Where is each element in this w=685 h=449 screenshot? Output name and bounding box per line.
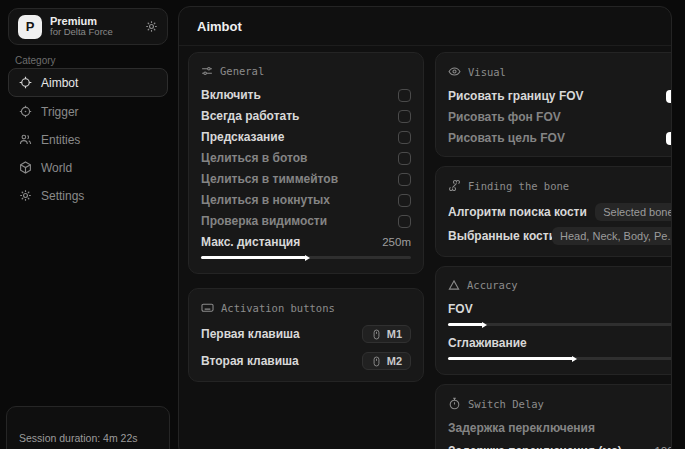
slider-label: FOV [448, 302, 473, 316]
fov-slider[interactable] [448, 323, 672, 326]
card-title-text: Visual [468, 66, 506, 78]
target-icon [19, 105, 32, 118]
sliders-icon [201, 65, 213, 77]
card-title-text: Switch Delay [468, 398, 544, 410]
max-distance-slider-block: Макс. дистанция 250m [201, 235, 411, 259]
toggle-label: Проверка видимости [201, 214, 327, 228]
sidebar-item-entities[interactable]: Entities [8, 126, 168, 153]
toggle-row: Целиться в ботов [201, 151, 411, 165]
slider-label: Макс. дистанция [201, 235, 300, 249]
toggle-label: Всегда работать [201, 109, 299, 123]
color-swatch[interactable] [666, 90, 672, 103]
keybind-row: Первая клавиша M1 [201, 325, 411, 343]
logo-letter: P [26, 19, 35, 34]
slider-value: 1000 ms [654, 445, 672, 449]
smoothing-slider[interactable] [448, 357, 672, 360]
main-panel: Aimbot General Включить [178, 6, 672, 449]
brand-card: P Premium for Delta Force [8, 8, 168, 45]
general-card: General Включить Всегда работать Предска… [188, 52, 424, 274]
toggle-row: Предсказание [201, 130, 411, 144]
card-title-text: Activation buttons [221, 302, 335, 314]
stopwatch-icon [448, 397, 461, 410]
page-title: Aimbot [197, 19, 653, 34]
toggle-label: Целиться в нокнутых [201, 193, 330, 207]
dropdown-value: Selected bone [603, 206, 672, 218]
switch-delay-card: Switch Delay Задержка переключения Задер… [435, 384, 672, 449]
checkbox[interactable] [398, 110, 411, 123]
selected-bones-select[interactable]: Head, Neck, Body, Pe.. [552, 227, 672, 245]
checkbox[interactable] [398, 173, 411, 186]
left-column: General Включить Всегда работать Предска… [188, 52, 424, 382]
switch-delay-slider-block: Задержка переключения (мс) 1000 ms [448, 444, 672, 449]
bone-algorithm-select[interactable]: Selected bone [595, 203, 672, 221]
slider-fill[interactable] [448, 357, 573, 360]
dropdown-label: Алгоритм поиска кости [448, 205, 599, 219]
checkbox[interactable] [398, 215, 411, 228]
checkbox[interactable] [398, 131, 411, 144]
finding-bone-card: Finding the bone Алгоритм поиска кости S… [435, 166, 672, 257]
sidebar-item-label: Trigger [41, 105, 79, 119]
keybind-key: M1 [387, 328, 402, 340]
visual-row: Рисовать цель FOV [448, 131, 672, 145]
sidebar: P Premium for Delta Force Category Aimbo… [0, 0, 176, 449]
activation-card-title: Activation buttons [201, 301, 411, 314]
toggle-label: Задержка переключения [448, 421, 595, 435]
slider-fill[interactable] [448, 323, 483, 326]
keybind-button[interactable]: M2 [362, 352, 411, 370]
sidebar-nav: Aimbot Trigger Entities [8, 68, 168, 209]
keybind-row: Вторая клавиша M2 [201, 352, 411, 370]
keybind-button[interactable]: M1 [362, 325, 411, 343]
mouse-icon [371, 356, 382, 367]
sidebar-item-label: Aimbot [41, 76, 78, 90]
mouse-icon [371, 329, 382, 340]
keybind-label: Вторая клавиша [201, 354, 299, 368]
sidebar-item-settings[interactable]: Settings [8, 182, 168, 209]
dropdown-row: Алгоритм поиска кости Selected bone [448, 203, 672, 221]
slider-value: 250m [382, 236, 411, 248]
toggle-row: Включить [201, 88, 411, 102]
brand-logo: P [18, 15, 42, 39]
toggle-row: Проверка видимости [201, 214, 411, 228]
dropdown-value: Head, Neck, Body, Pe.. [560, 230, 672, 242]
sidebar-item-label: Entities [41, 133, 80, 147]
sidebar-item-trigger[interactable]: Trigger [8, 98, 168, 125]
sidebar-item-world[interactable]: World [8, 154, 168, 181]
gear-icon [19, 189, 32, 202]
visual-label: Рисовать границу FOV [448, 89, 584, 103]
panel-header: Aimbot [179, 7, 671, 46]
slider-fill[interactable] [201, 256, 306, 259]
keybind-key: M2 [387, 355, 402, 367]
sidebar-item-label: Settings [41, 189, 84, 203]
toggle-label: Включить [201, 88, 261, 102]
card-title-text: Accuracy [467, 279, 518, 291]
toggle-label: Целиться в тиммейтов [201, 172, 338, 186]
session-card: Session duration: 4m 22s [6, 406, 170, 449]
sidebar-item-aimbot[interactable]: Aimbot [8, 68, 168, 97]
app-window: P Premium for Delta Force Category Aimbo… [0, 0, 685, 449]
max-distance-slider[interactable] [201, 256, 411, 259]
gear-icon[interactable] [145, 20, 158, 33]
visual-label: Рисовать цель FOV [448, 131, 565, 145]
right-column: Visual Рисовать границу FOV Рисовать фон… [435, 52, 672, 449]
visual-row: Рисовать фон FOV [448, 110, 672, 124]
accuracy-card: Accuracy FOV 50° Сглаживание [435, 266, 672, 375]
visual-row: Рисовать границу FOV [448, 89, 672, 103]
checkbox[interactable] [398, 194, 411, 207]
slider-label: Сглаживание [448, 336, 527, 350]
category-label: Category [15, 55, 56, 66]
activation-buttons-card: Activation buttons Первая клавиша M1 [188, 288, 424, 382]
checkbox[interactable] [398, 152, 411, 165]
toggle-row: Задержка переключения [448, 421, 672, 435]
users-icon [19, 133, 32, 146]
toggle-row: Целиться в нокнутых [201, 193, 411, 207]
checkbox[interactable] [398, 89, 411, 102]
dropdown-row: Выбранные кости Head, Neck, Body, Pe.. [448, 227, 672, 245]
slider-label: Задержка переключения (мс) [448, 444, 622, 449]
smoothing-slider-block: Сглаживание 50% [448, 336, 672, 360]
eye-icon [448, 65, 461, 78]
toggle-label: Предсказание [201, 130, 284, 144]
color-swatch[interactable] [666, 132, 672, 145]
card-title-text: General [220, 65, 264, 77]
general-card-title: General [201, 65, 411, 77]
brand-subtitle: for Delta Force [50, 27, 137, 38]
